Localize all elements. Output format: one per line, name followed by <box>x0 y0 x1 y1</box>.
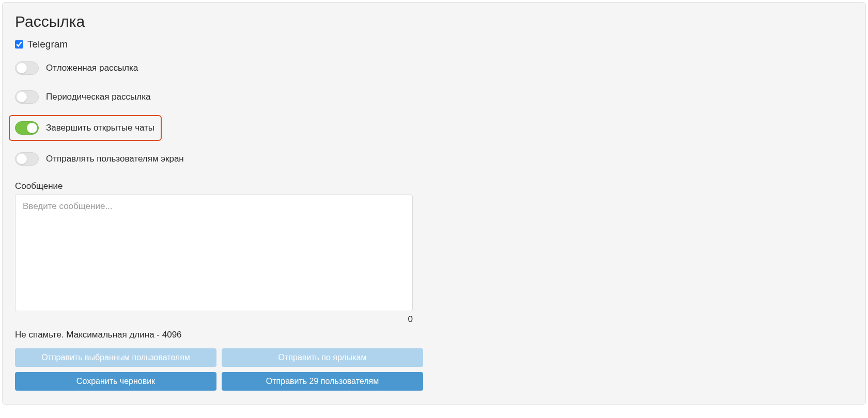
close-chats-toggle-row: Завершить открытые чаты <box>9 115 162 141</box>
message-label: Сообщение <box>15 181 853 191</box>
page-title: Рассылка <box>15 13 853 30</box>
delayed-toggle-row: Отложенная рассылка <box>15 61 853 75</box>
close-chats-label: Завершить открытые чаты <box>46 123 154 133</box>
send-screen-toggle-row: Отправлять пользователям экран <box>15 152 853 166</box>
send-selected-button[interactable]: Отправить выбранным пользователям <box>15 348 216 367</box>
save-draft-button[interactable]: Сохранить черновик <box>15 372 216 391</box>
telegram-checkbox[interactable] <box>15 40 23 49</box>
send-screen-label: Отправлять пользователям экран <box>46 154 184 164</box>
button-grid: Отправить выбранным пользователям Отправ… <box>15 348 423 391</box>
send-by-labels-button[interactable]: Отправить по ярлыкам <box>222 348 423 367</box>
send-screen-toggle[interactable] <box>15 152 39 166</box>
delayed-label: Отложенная рассылка <box>46 63 138 73</box>
message-hint: Не спамьте. Максимальная длина - 4096 <box>15 330 853 340</box>
periodic-toggle[interactable] <box>15 90 39 104</box>
broadcast-panel: Рассылка Telegram Отложенная рассылка Пе… <box>2 2 866 405</box>
send-to-users-button[interactable]: Отправить 29 пользователям <box>222 372 423 391</box>
telegram-label[interactable]: Telegram <box>27 39 68 50</box>
telegram-checkbox-row: Telegram <box>15 39 853 50</box>
close-chats-toggle[interactable] <box>15 121 39 135</box>
message-input[interactable] <box>15 195 413 311</box>
periodic-toggle-row: Периодическая рассылка <box>15 90 853 104</box>
message-counter: 0 <box>15 314 413 325</box>
periodic-label: Периодическая рассылка <box>46 92 150 102</box>
delayed-toggle[interactable] <box>15 61 39 75</box>
